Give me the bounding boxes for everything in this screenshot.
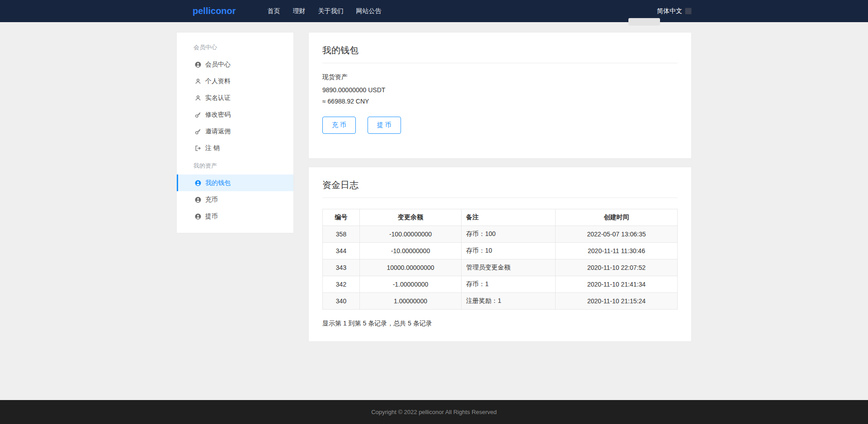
language-flag-icon <box>685 8 692 14</box>
sidebar-item-member-center[interactable]: 会员中心 <box>177 56 293 73</box>
wallet-actions: 充 币 提 币 <box>322 117 678 145</box>
fund-log-table: 编号 变更余额 备注 创建时间 358 -100.00000000 存币：100… <box>322 209 678 310</box>
log-cell: 注册奖励：1 <box>462 293 556 310</box>
logo[interactable]: pelliconor <box>193 6 236 16</box>
sidebar-item-label: 邀请返佣 <box>205 127 231 136</box>
log-cell: -100.00000000 <box>360 226 462 243</box>
table-row: 342 -1.00000000 存币：1 2020-11-10 21:41:34 <box>323 276 678 293</box>
sidebar-item-kyc[interactable]: 实名认证 <box>177 90 293 106</box>
log-cell: 2020-11-11 11:30:46 <box>556 243 678 259</box>
sidebar-item-label: 充币 <box>205 196 218 204</box>
table-header-row: 编号 变更余额 备注 创建时间 <box>323 209 678 226</box>
sidebar-section-member: 会员中心 <box>177 39 293 56</box>
nav-about[interactable]: 关于我们 <box>318 7 344 15</box>
withdraw-button[interactable]: 提 币 <box>368 117 401 134</box>
log-cell: 2020-11-10 21:15:24 <box>556 293 678 310</box>
footer: Copyright © 2022 pelliconor All Rights R… <box>0 400 868 424</box>
sidebar-item-withdraw[interactable]: 提币 <box>177 208 293 225</box>
sidebar-item-deposit[interactable]: 充币 <box>177 191 293 208</box>
sidebar-item-logout[interactable]: 注 销 <box>177 140 293 156</box>
log-header-cell: 编号 <box>323 209 360 226</box>
sidebar-item-referral[interactable]: 邀请返佣 <box>177 123 293 140</box>
page: 会员中心 会员中心 个人资料 实名认证 修改密码 邀请返佣 <box>0 22 868 400</box>
user-icon <box>195 78 201 85</box>
wallet-balance: 9890.00000000 USDT <box>322 86 678 94</box>
log-cell: 存币：100 <box>462 226 556 243</box>
sidebar-item-label: 实名认证 <box>205 94 231 102</box>
log-cell: 2020-11-10 22:07:52 <box>556 259 678 276</box>
wallet-card: 我的钱包 现货资产 9890.00000000 USDT ≈ 66988.92 … <box>308 32 692 159</box>
navbar-inner: pelliconor 首页 理财 关于我们 网站公告 简体中文 <box>176 0 692 22</box>
fund-log-title: 资金日志 <box>322 179 678 198</box>
log-cell: 管理员变更金额 <box>462 259 556 276</box>
main-content: 我的钱包 现货资产 9890.00000000 USDT ≈ 66988.92 … <box>308 32 692 342</box>
language-label: 简体中文 <box>657 7 682 15</box>
deposit-button[interactable]: 充 币 <box>322 117 356 134</box>
log-cell: 2020-11-10 21:41:34 <box>556 276 678 293</box>
log-cell: 10000.00000000 <box>360 259 462 276</box>
log-cell: 358 <box>323 226 360 243</box>
sidebar-item-label: 提币 <box>205 212 218 221</box>
key-icon <box>195 112 201 118</box>
sidebar-item-wallet[interactable]: 我的钱包 <box>177 174 293 191</box>
copyright-text: Copyright © 2022 pelliconor All Rights R… <box>371 409 497 415</box>
key-icon <box>195 128 201 135</box>
member-center-icon <box>195 61 201 68</box>
withdraw-icon <box>195 213 201 220</box>
wallet-balance-cny: ≈ 66988.92 CNY <box>322 98 678 105</box>
log-cell: 存币：1 <box>462 276 556 293</box>
user-icon <box>195 95 201 101</box>
sidebar-item-change-password[interactable]: 修改密码 <box>177 106 293 123</box>
sidebar-item-label: 注 销 <box>205 144 220 152</box>
nav-announcements[interactable]: 网站公告 <box>356 7 382 15</box>
sidebar-item-profile[interactable]: 个人资料 <box>177 73 293 90</box>
wallet-card-title: 我的钱包 <box>322 44 678 63</box>
sign-out-icon <box>195 145 201 151</box>
nav-finance[interactable]: 理财 <box>293 7 306 15</box>
content-container: 会员中心 会员中心 个人资料 实名认证 修改密码 邀请返佣 <box>176 32 692 342</box>
language-selector[interactable]: 简体中文 <box>657 7 692 15</box>
sidebar-item-label: 修改密码 <box>205 111 231 119</box>
table-row: 343 10000.00000000 管理员变更金额 2020-11-10 22… <box>323 259 678 276</box>
deposit-icon <box>195 197 201 203</box>
nav-home[interactable]: 首页 <box>268 7 280 15</box>
wallet-icon <box>195 180 201 186</box>
log-cell: 1.00000000 <box>360 293 462 310</box>
table-row: 344 -10.00000000 存币：10 2020-11-11 11:30:… <box>323 243 678 259</box>
pagination-summary: 显示第 1 到第 5 条记录，总共 5 条记录 <box>322 320 678 328</box>
table-row: 358 -100.00000000 存币：100 2022-05-07 13:0… <box>323 226 678 243</box>
log-header-cell: 变更余额 <box>360 209 462 226</box>
log-cell: 343 <box>323 259 360 276</box>
log-cell: 存币：10 <box>462 243 556 259</box>
log-cell: -1.00000000 <box>360 276 462 293</box>
main-nav: 首页 理财 关于我们 网站公告 <box>268 7 382 15</box>
log-header-cell: 创建时间 <box>556 209 678 226</box>
log-cell: 344 <box>323 243 360 259</box>
sidebar-item-label: 个人资料 <box>205 77 231 85</box>
log-cell: -10.00000000 <box>360 243 462 259</box>
navbar: pelliconor 首页 理财 关于我们 网站公告 简体中文 <box>0 0 868 22</box>
fund-log-card: 资金日志 编号 变更余额 备注 创建时间 358 -100.00000 <box>308 167 692 342</box>
log-header-cell: 备注 <box>462 209 556 226</box>
dropdown-remnant <box>628 18 660 25</box>
log-cell: 2022-05-07 13:06:35 <box>556 226 678 243</box>
log-cell: 340 <box>323 293 360 310</box>
log-cell: 342 <box>323 276 360 293</box>
sidebar-item-label: 会员中心 <box>205 61 231 69</box>
sidebar-item-label: 我的钱包 <box>205 179 231 187</box>
sidebar: 会员中心 会员中心 个人资料 实名认证 修改密码 邀请返佣 <box>176 32 294 233</box>
asset-label: 现货资产 <box>322 73 678 81</box>
table-row: 340 1.00000000 注册奖励：1 2020-11-10 21:15:2… <box>323 293 678 310</box>
sidebar-section-assets: 我的资产 <box>177 157 293 174</box>
